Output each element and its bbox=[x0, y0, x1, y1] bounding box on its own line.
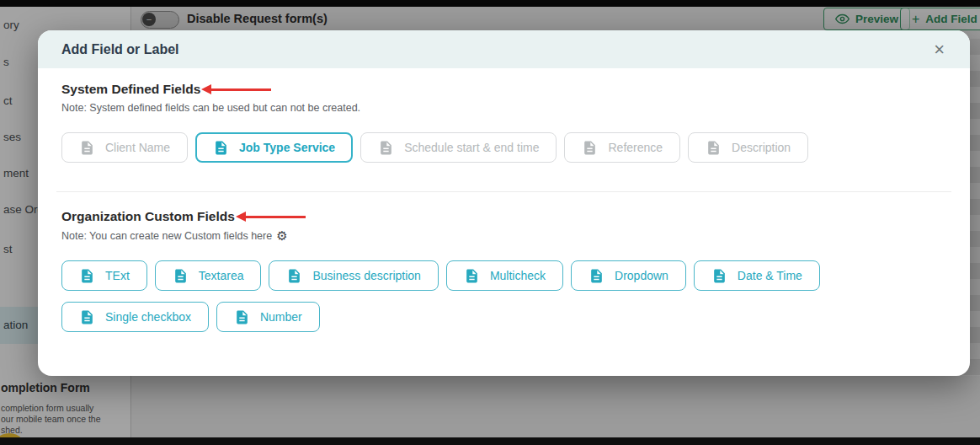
section-heading-row: Organization Custom Fields bbox=[61, 209, 946, 224]
document-icon bbox=[706, 140, 722, 156]
field-button-date-time[interactable]: Date & Time bbox=[694, 260, 820, 291]
screen: ompletion Form completion form usually o… bbox=[0, 0, 980, 445]
field-button-row: Client NameJob Type ServiceSchedule star… bbox=[61, 132, 946, 163]
field-button-reference[interactable]: Reference bbox=[564, 132, 680, 163]
document-icon bbox=[582, 140, 598, 156]
close-icon[interactable]: × bbox=[934, 40, 945, 59]
field-button-single-checkbox[interactable]: Single checkbox bbox=[61, 302, 209, 332]
field-button-label: TExt bbox=[105, 269, 130, 282]
document-icon bbox=[286, 268, 302, 284]
field-button-label: Number bbox=[260, 310, 302, 324]
document-icon bbox=[464, 268, 480, 284]
add-field-modal: Add Field or Label × System Defined Fiel… bbox=[38, 30, 970, 376]
field-button-description[interactable]: Description bbox=[688, 132, 808, 163]
section-heading-row: System Defined Fields bbox=[61, 82, 946, 97]
gear-icon[interactable]: ⚙ bbox=[276, 229, 287, 242]
field-button-label: Job Type Service bbox=[239, 141, 335, 154]
document-icon bbox=[79, 140, 95, 156]
field-button-label: Single checkbox bbox=[105, 310, 191, 324]
document-icon bbox=[213, 140, 229, 156]
field-button-dropdown[interactable]: Dropdown bbox=[571, 260, 686, 291]
document-icon bbox=[711, 268, 727, 284]
field-button-business-description[interactable]: Business description bbox=[269, 260, 438, 291]
field-button-label: Multicheck bbox=[490, 269, 546, 282]
field-button-textarea[interactable]: Textarea bbox=[155, 260, 262, 291]
field-button-number[interactable]: Number bbox=[216, 302, 320, 332]
field-button-label: Schedule start & end time bbox=[404, 141, 539, 154]
field-button-job-type-service[interactable]: Job Type Service bbox=[195, 132, 353, 163]
section-note-text: Note: You can create new Custom fields h… bbox=[61, 230, 272, 242]
section-divider bbox=[56, 191, 951, 192]
section-system-defined-fields: System Defined FieldsNote: System define… bbox=[61, 82, 946, 163]
document-icon bbox=[234, 309, 250, 325]
modal-body: System Defined FieldsNote: System define… bbox=[38, 68, 970, 332]
field-button-row: Single checkboxNumber bbox=[61, 302, 946, 332]
modal-title: Add Field or Label bbox=[61, 42, 179, 57]
section-note: Note: System defined fields can be used … bbox=[61, 102, 946, 114]
field-button-label: Business description bbox=[312, 269, 420, 282]
red-arrow-icon bbox=[245, 216, 306, 218]
field-button-label: Reference bbox=[608, 141, 663, 154]
field-button-client-name[interactable]: Client Name bbox=[61, 132, 188, 163]
field-button-multicheck[interactable]: Multicheck bbox=[446, 260, 563, 291]
section-heading: Organization Custom Fields bbox=[61, 209, 235, 224]
section-note-text: Note: System defined fields can be used … bbox=[61, 102, 360, 114]
modal-sections: System Defined FieldsNote: System define… bbox=[61, 82, 946, 332]
field-button-text[interactable]: TExt bbox=[61, 260, 147, 291]
document-icon bbox=[79, 268, 95, 284]
document-icon bbox=[378, 140, 394, 156]
field-button-label: Date & Time bbox=[738, 269, 802, 282]
document-icon bbox=[589, 268, 605, 284]
modal-header: Add Field or Label × bbox=[38, 30, 970, 68]
document-icon bbox=[79, 309, 95, 325]
field-button-label: Client Name bbox=[105, 141, 170, 154]
field-button-row: TExtTextareaBusiness descriptionMultiche… bbox=[61, 260, 946, 291]
field-button-label: Textarea bbox=[199, 269, 244, 282]
section-note: Note: You can create new Custom fields h… bbox=[61, 229, 946, 242]
section-heading: System Defined Fields bbox=[61, 82, 200, 97]
field-button-label: Description bbox=[732, 141, 791, 154]
red-arrow-icon bbox=[210, 88, 271, 91]
document-icon bbox=[173, 268, 189, 284]
field-button-label: Dropdown bbox=[615, 269, 668, 282]
field-button-schedule-start-end-time[interactable]: Schedule start & end time bbox=[360, 132, 557, 163]
section-organization-custom-fields: Organization Custom FieldsNote: You can … bbox=[61, 209, 946, 332]
